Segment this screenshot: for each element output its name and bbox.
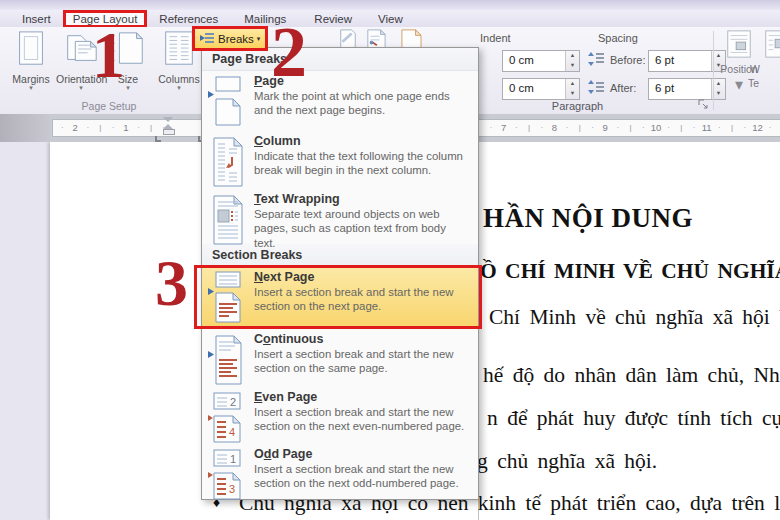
breaks-menu: Page Breaks Page Mark the point at which…	[201, 47, 479, 500]
ruler-tick: ·	[56, 123, 69, 132]
tab-references[interactable]: References	[149, 11, 228, 27]
svg-text:3: 3	[229, 483, 235, 495]
breaks-button[interactable]: Breaks ▾	[192, 26, 268, 51]
spacing-before-field[interactable]: 6 pt ▲▼	[648, 50, 726, 72]
ruler-left-margin-area	[0, 114, 50, 142]
annotation-step-3: 3	[155, 250, 188, 316]
ruler-ticks-left: ·2·|·1·|·	[56, 119, 170, 135]
next-page-icon	[206, 271, 250, 325]
ruler-tick: ·	[485, 123, 498, 132]
group-separator	[713, 31, 714, 110]
doc-line-3: n để phát huy được tính tích cực v	[487, 406, 780, 431]
ruler-tick: |	[675, 123, 688, 132]
svg-text:4: 4	[229, 426, 235, 438]
even-page-icon: 2 4	[206, 391, 250, 445]
ruler-tick: ·	[738, 123, 751, 132]
ruler-tick: ·	[81, 123, 94, 132]
menu-item-page[interactable]: Page Mark the point at which one page en…	[202, 71, 478, 131]
page-color-icon	[363, 29, 389, 49]
left-indent-icon[interactable]	[163, 129, 175, 135]
margins-button[interactable]: Margins ▾	[6, 30, 56, 91]
ruler-tick: 1	[119, 122, 132, 133]
page-borders-icon	[397, 29, 425, 49]
odd-page-icon: 1 3	[206, 448, 250, 502]
column-break-icon	[206, 135, 250, 189]
first-line-indent-icon[interactable]	[163, 117, 173, 122]
group-label-paragraph: Paragraph	[440, 100, 715, 112]
dropdown-caret: ▾	[6, 85, 56, 91]
wrap-text-label-line1: W	[750, 63, 760, 75]
indent-label: Indent	[480, 32, 511, 44]
ruler-tick: 10	[650, 122, 663, 133]
page-break-icon	[206, 75, 250, 129]
ruler-tick: |	[523, 123, 536, 132]
spin-down-icon[interactable]: ▼	[566, 61, 579, 71]
indent-right-field[interactable]: 0 cm ▲▼	[502, 78, 580, 100]
menu-item-next-page[interactable]: Next Page Insert a section break and sta…	[202, 267, 478, 329]
doc-heading-2: Ồ CHÍ MINH VỀ CHỦ NGHĨA X	[480, 259, 780, 284]
ruler-tick: ·	[662, 123, 675, 132]
tab-view[interactable]: View	[368, 11, 413, 27]
doc-line-2: hế độ do nhân dân làm chủ, Nhà	[483, 363, 780, 388]
ruler-tick: |	[726, 123, 739, 132]
spacing-label: Spacing	[598, 32, 638, 44]
ruler-tick: |	[145, 123, 158, 132]
ruler-tick: ·	[637, 123, 650, 132]
title-bar	[0, 0, 780, 10]
indent-left-field[interactable]: 0 cm ▲▼	[502, 50, 580, 72]
menu-header-page-breaks: Page Breaks	[202, 48, 478, 71]
ruler-tick: 7	[497, 122, 510, 133]
wrap-text-label-line2: Te	[748, 77, 759, 89]
spacing-after-field[interactable]: 6 pt ▲▼	[648, 78, 726, 100]
group-paragraph: Indent Left: 0 cm ▲▼ Right: 0 cm ▲▼ Spac…	[440, 27, 715, 114]
menu-item-odd-page[interactable]: 1 3 Odd Page Insert a section break and …	[202, 444, 478, 499]
spacing-after-icon	[588, 79, 605, 95]
breaks-icon	[200, 32, 215, 45]
ruler-tick: |	[624, 123, 637, 132]
spacing-before-label: Before:	[610, 54, 645, 66]
ruler-tick: ·	[132, 123, 145, 132]
spin-up-icon[interactable]: ▲	[566, 79, 579, 89]
doc-line-1: Chí Minh về chủ nghĩa xã hội bao g	[489, 305, 780, 330]
position-icon	[724, 29, 754, 59]
menu-item-continuous[interactable]: Continuous Insert a section break and st…	[202, 329, 478, 387]
wrap-text-icon	[762, 29, 780, 59]
ruler-tick: ·	[612, 123, 625, 132]
doc-heading-1: HẦN NỘI DUNG	[483, 203, 693, 234]
ruler-ticks-right: |·7·|·8·|·9·|·10·|·11·|·12·|	[472, 119, 780, 135]
doc-line-4: g chủ nghĩa xã hội.	[477, 449, 657, 474]
spacing-before-icon	[588, 51, 605, 67]
menu-item-text-wrapping[interactable]: Text Wrapping Separate text around objec…	[202, 189, 478, 244]
ruler-tick: |	[777, 123, 780, 132]
dropdown-caret: ▾	[257, 35, 261, 43]
continuous-icon	[206, 333, 250, 387]
annotation-step-1: 1	[92, 22, 125, 88]
spin-down-icon[interactable]: ▼	[566, 89, 579, 99]
wrap-text-button[interactable]	[762, 29, 780, 63]
ruler-tick: ·	[107, 123, 120, 132]
tab-review[interactable]: Review	[304, 11, 362, 27]
tab-insert[interactable]: Insert	[12, 11, 61, 27]
ruler-tick: |	[94, 123, 107, 132]
dropdown-caret: ▾	[154, 85, 204, 91]
ruler-tick: 2	[69, 122, 82, 133]
margins-icon	[12, 30, 50, 68]
svg-text:1: 1	[230, 453, 236, 465]
group-label-page-setup: Page Setup	[0, 100, 218, 112]
menu-item-column[interactable]: Column Indicate that the text following …	[202, 131, 478, 189]
ruler-tick: ·	[688, 123, 701, 132]
svg-text:2: 2	[230, 396, 236, 408]
ruler-tick: |	[574, 123, 587, 132]
dialog-launcher-icon[interactable]	[698, 99, 709, 110]
menu-item-even-page[interactable]: 2 4 Even Page Insert a section break and…	[202, 387, 478, 444]
text-wrapping-icon	[206, 193, 250, 247]
ruler-tick: 8	[548, 122, 561, 133]
ruler-tick: ·	[561, 123, 574, 132]
ruler-tick: ·	[586, 123, 599, 132]
ruler-tick: 11	[700, 122, 713, 133]
annotation-step-2: 2	[271, 16, 307, 88]
ruler-tick: 9	[599, 122, 612, 133]
spin-up-icon[interactable]: ▲	[566, 51, 579, 61]
ruler-tick: ·	[510, 123, 523, 132]
ruler-tick: ·	[535, 123, 548, 132]
